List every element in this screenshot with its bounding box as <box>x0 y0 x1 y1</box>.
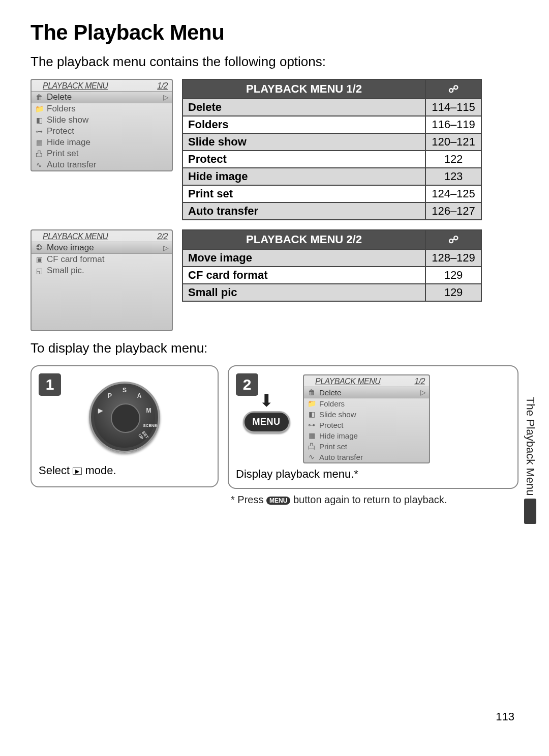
lcd-menu-item: 📁Folders <box>304 398 429 409</box>
option-name: Slide show <box>182 133 425 151</box>
menu-item-label: Protect <box>319 420 426 430</box>
option-pages: 122 <box>425 151 481 168</box>
chevron-right-icon: ▷ <box>163 242 169 253</box>
option-name: Small pic <box>182 284 425 301</box>
index-table-1: PLAYBACK MENU 1/2 ☍ Delete114–115Folders… <box>182 79 482 220</box>
menu-item-icon: ◧ <box>35 114 44 126</box>
lcd-menu-item: 📁Folders <box>32 103 172 114</box>
page-number: 113 <box>496 710 514 723</box>
lcd-screenshot-1: PLAYBACK MENU 1/2 🗑Delete▷📁Folders◧Slide… <box>30 79 173 171</box>
lcd1-title: PLAYBACK MENU <box>43 81 108 91</box>
option-name: Auto transfer <box>182 202 425 220</box>
menu-item-icon: ▦ <box>307 430 316 441</box>
menu-item-icon: ◧ <box>307 409 316 420</box>
menu-item-label: Hide image <box>319 430 426 441</box>
menu-item-icon: ▦ <box>35 137 44 148</box>
menu-item-icon: 🗑 <box>35 92 44 103</box>
step-1: 1 S A M P ▶ SCENE SET UP <box>30 365 219 487</box>
table-row: Hide image123 <box>182 168 481 185</box>
lcd-menu-item: ▦Hide image <box>32 137 172 148</box>
option-pages: 120–121 <box>425 133 481 151</box>
lcd-menu-item: ▣CF card format <box>32 254 172 265</box>
option-pages: 124–125 <box>425 185 481 202</box>
menu-pill-icon: MENU <box>266 497 290 505</box>
table-row: Print set124–125 <box>182 185 481 202</box>
menu-item-label: Hide image <box>47 137 169 148</box>
lcd-menu-item: ◱Small pic. <box>32 265 172 276</box>
chevron-right-icon: ▷ <box>163 92 169 103</box>
lcd-menu-item: ∿Auto transfer <box>304 452 429 462</box>
menu-item-icon: 🗑 <box>307 387 316 398</box>
table1-page-icon: ☍ <box>425 79 481 99</box>
step-2-caption: Display playback menu.* <box>236 468 510 481</box>
step-1-number: 1 <box>39 373 61 396</box>
table-row: Auto transfer126–127 <box>182 202 481 220</box>
lcd-screenshot-step2: PLAYBACK MENU 1/2 🗑Delete▷📁Folders◧Slide… <box>303 374 430 463</box>
intro-text: The playback menu contains the following… <box>30 54 518 70</box>
chevron-right-icon: ▷ <box>420 387 426 398</box>
option-pages: 126–127 <box>425 202 481 220</box>
menu-item-icon: ◱ <box>35 265 44 276</box>
menu-item-label: Small pic. <box>47 265 169 276</box>
table2-page-icon: ☍ <box>425 230 481 249</box>
lcd-menu-item: ⊶Protect <box>304 420 429 430</box>
menu-item-label: Auto transfer <box>319 452 426 462</box>
lcd-menu-item: ◧Slide show <box>304 409 429 420</box>
lcd-menu-item: 🗑Delete▷ <box>304 387 429 398</box>
option-pages: 116–119 <box>425 116 481 133</box>
side-tab-label: The Playback Menu <box>524 397 537 496</box>
menu-item-icon: ▣ <box>35 254 44 265</box>
table-row: Delete114–115 <box>182 99 481 116</box>
option-pages: 129 <box>425 284 481 301</box>
lcd-menu-item: ∿Auto transfer <box>32 159 172 170</box>
menu-item-label: Slide show <box>47 114 169 126</box>
menu-item-label: Folders <box>47 103 169 114</box>
option-name: Move image <box>182 249 425 267</box>
lcd-menu-item: ◧Slide show <box>32 114 172 126</box>
lcd1-page: 1/2 <box>157 81 168 91</box>
play-mode-icon <box>73 468 82 475</box>
option-name: Print set <box>182 185 425 202</box>
menu-item-icon: 📁 <box>35 103 44 114</box>
table-row: Folders116–119 <box>182 116 481 133</box>
menu-item-label: Folders <box>319 398 426 409</box>
arrow-down-icon: ⬇ <box>259 395 273 407</box>
step-2: 2 ⬇ MENU PLAYBACK MENU 1/2 🗑De <box>228 365 518 489</box>
table-row: CF card format129 <box>182 267 481 284</box>
menu-item-icon: ∿ <box>307 452 316 462</box>
menu-item-icon: 凸 <box>35 148 44 159</box>
menu-item-label: Auto transfer <box>47 159 169 170</box>
option-name: Delete <box>182 99 425 116</box>
table-row: Protect122 <box>182 151 481 168</box>
option-name: Protect <box>182 151 425 168</box>
menu-button-icon: MENU <box>243 411 290 433</box>
option-name: Folders <box>182 116 425 133</box>
lcd-menu-item: ⮊Move image▷ <box>32 242 172 254</box>
menu-item-label: Delete <box>319 387 417 398</box>
mode-dial-icon: S A M P ▶ SCENE SET UP <box>89 382 160 453</box>
menu-item-label: Print set <box>47 148 169 159</box>
lcd-menu-item: 🗑Delete▷ <box>32 91 172 103</box>
lcd2-page: 2/2 <box>157 232 168 241</box>
footnote: * Press MENU button again to return to p… <box>229 494 518 506</box>
page-title: The Playback Menu <box>30 20 518 45</box>
menu-item-label: CF card format <box>47 254 169 265</box>
step-1-caption: Select mode. <box>39 464 210 477</box>
option-pages: 128–129 <box>425 249 481 267</box>
menu-item-label: Print set <box>319 441 426 452</box>
step-2-number: 2 <box>236 373 258 396</box>
menu-item-icon: ⊶ <box>35 126 44 137</box>
menu-item-icon: ∿ <box>35 159 44 170</box>
lcd-menu-item: 凸Print set <box>304 441 429 452</box>
table-row: Slide show120–121 <box>182 133 481 151</box>
table-row: Move image128–129 <box>182 249 481 267</box>
menu-item-label: Delete <box>47 92 160 103</box>
lcd-menu-item: ⊶Protect <box>32 126 172 137</box>
menu-item-label: Move image <box>47 242 160 253</box>
option-pages: 129 <box>425 267 481 284</box>
menu-item-icon: ⊶ <box>307 420 316 430</box>
side-tab-marker <box>524 499 536 524</box>
table1-header: PLAYBACK MENU 1/2 <box>182 79 425 99</box>
subintro-text: To display the playback menu: <box>30 340 518 356</box>
lcd-menu-item: ▦Hide image <box>304 430 429 441</box>
